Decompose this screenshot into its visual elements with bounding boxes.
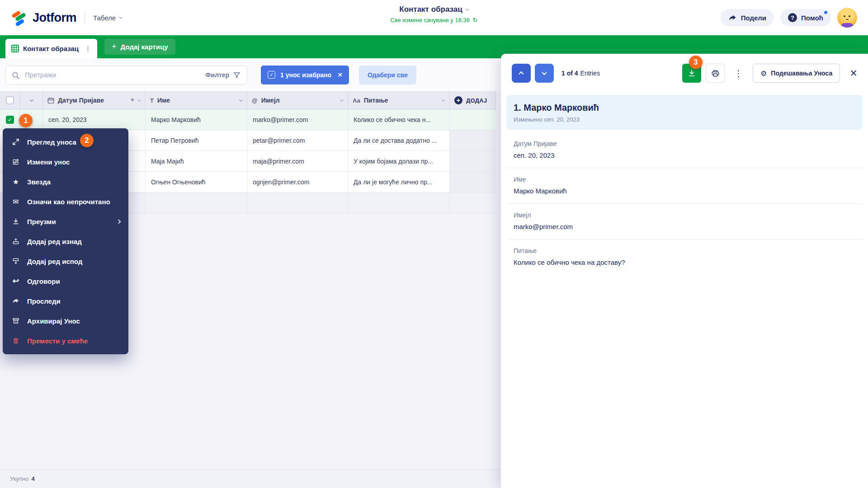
add-column-label: ДОДАЈ — [466, 97, 487, 104]
avatar-mouth — [846, 18, 849, 20]
trash-icon — [11, 337, 21, 344]
autosave-status: Све измене сачуване у 16:36 ↻ — [390, 16, 478, 23]
column-header-email[interactable]: @ Имејл — [247, 91, 348, 109]
cell-question[interactable]: У којим бојама долази пр... — [348, 151, 450, 172]
cell-email[interactable]: maja@primer.com — [247, 151, 348, 172]
help-button[interactable]: ? Помоћ — [780, 9, 831, 26]
pagination-count: 1 of 4 — [561, 70, 578, 77]
cell-name[interactable]: Петар Петровић — [146, 130, 247, 151]
row-checkbox[interactable]: ✓ — [6, 116, 14, 124]
column-header-question[interactable]: Aa Питање — [348, 91, 450, 109]
column-label: Имејл — [261, 97, 280, 104]
chevron-down-icon — [542, 70, 547, 75]
add-column-header[interactable]: + ДОДАЈ — [450, 91, 496, 109]
cell-question[interactable]: Да ли је могуће лично пр... — [348, 172, 450, 192]
menu-item-label: Означи као непрочитано — [27, 198, 110, 206]
user-avatar[interactable] — [837, 8, 857, 28]
menu-item-edit-entry[interactable]: Измени унос — [3, 152, 128, 172]
cell-email[interactable]: petar@primer.com — [247, 130, 348, 151]
kebab-icon: ⋮ — [734, 68, 743, 79]
cell-email[interactable]: marko@primer.com — [247, 109, 348, 130]
share-button[interactable]: Подели — [721, 9, 774, 26]
close-panel-button[interactable]: × — [850, 67, 857, 80]
menu-item-reply[interactable]: ↩ Одговори — [3, 271, 128, 291]
filter-button[interactable]: Филтер — [199, 66, 247, 84]
search-input[interactable] — [6, 66, 199, 84]
menu-item-forward[interactable]: Проследи — [3, 291, 128, 311]
chevron-down-icon[interactable] — [239, 98, 243, 101]
tables-dropdown[interactable]: Табеле — [93, 14, 122, 22]
column-header-name[interactable]: T Име — [146, 91, 247, 109]
add-tab-button[interactable]: + Додај картицу — [104, 39, 175, 55]
select-all-button[interactable]: Одабери све — [359, 66, 416, 84]
menu-item-download[interactable]: Преузми — [3, 211, 128, 231]
entry-settings-button[interactable]: ⚙ Подешавања Уноса — [753, 64, 840, 83]
cell-name[interactable]: Марко Марковић — [146, 109, 247, 130]
reply-icon: ↩ — [11, 276, 21, 286]
form-title-block: Контакт образац Све измене сачуване у 16… — [390, 5, 478, 23]
menu-item-move-to-trash[interactable]: Премести у смеће — [3, 331, 128, 351]
menu-item-label: Одговори — [27, 277, 60, 285]
chevron-down-icon — [29, 98, 33, 101]
forward-icon — [11, 297, 21, 305]
menu-item-mark-unread[interactable]: ✉ Означи као непрочитано — [3, 192, 128, 211]
brand[interactable]: Jotform — [11, 9, 76, 26]
cell-email[interactable]: ognjen@primer.com — [247, 172, 348, 192]
chevron-down-icon[interactable] — [442, 98, 445, 101]
cell-name[interactable]: Огњен Огњеновић — [146, 172, 247, 192]
header-actions: Подели ? Помоћ — [721, 8, 857, 28]
tables-dropdown-label: Табеле — [93, 14, 116, 22]
menu-item-label: Проследи — [27, 297, 61, 305]
select-all-checkbox[interactable] — [6, 96, 14, 104]
cell-add — [450, 151, 496, 172]
cell-question[interactable]: Да ли се достава додатно ... — [348, 130, 450, 151]
field-label: Датум Пријаве — [514, 140, 855, 147]
menu-item-archive[interactable]: Архивирај Унос — [3, 311, 128, 331]
cell-name[interactable]: Маја Мајић — [146, 151, 247, 172]
menu-item-label: Преглед уноса — [27, 138, 76, 146]
pin-icon[interactable] — [129, 98, 135, 103]
bulk-menu-header[interactable] — [20, 91, 43, 109]
expand-preview-icon — [11, 138, 21, 145]
menu-item-label: Архивирај Унос — [27, 317, 80, 325]
chevron-down-icon[interactable] — [340, 98, 344, 101]
clear-selection-icon[interactable]: × — [338, 70, 342, 80]
selection-pill[interactable]: ✓ 1 унос изабрано × — [261, 66, 349, 84]
menu-item-add-row-above[interactable]: Додај ред изнад — [3, 231, 128, 251]
column-header-date[interactable]: Датум Пријаве — [43, 91, 146, 109]
print-entry-button[interactable] — [706, 64, 725, 83]
menu-item-label: Додај ред испод — [27, 258, 82, 265]
menu-item-star[interactable]: ★ Звезда — [3, 172, 128, 192]
cell-add — [450, 130, 496, 151]
download-icon — [11, 218, 21, 225]
edit-icon — [11, 158, 21, 165]
chevron-down-icon — [465, 7, 469, 10]
cell-add — [450, 172, 496, 192]
field-value: сеп. 20, 2023 — [514, 151, 855, 159]
total-label: Укупно — [10, 475, 28, 482]
tab-menu-icon[interactable]: ⋮ — [85, 45, 91, 53]
menu-item-add-row-below[interactable]: Додај ред испод — [3, 251, 128, 271]
cell-add — [450, 109, 496, 130]
page-title: Контакт образац — [399, 5, 462, 14]
entry-more-menu-button[interactable]: ⋮ — [729, 64, 748, 83]
menu-item-label: Додај ред изнад — [27, 238, 82, 245]
filter-label: Филтер — [205, 71, 229, 79]
help-label: Помоћ — [801, 14, 823, 22]
tab-kontakt-obrazac[interactable]: Контакт образац ⋮ — [5, 39, 97, 58]
header-divider — [85, 11, 85, 24]
text-column-icon: T — [150, 97, 154, 104]
pagination-entries-label: Entries — [580, 70, 600, 77]
cell-question[interactable]: Колико се обично чека н... — [348, 109, 450, 130]
entry-title: 1. Марко Марковић — [514, 103, 855, 113]
cell-date[interactable]: сеп. 20, 2023 — [43, 109, 146, 130]
chevron-down-icon[interactable] — [137, 98, 141, 101]
entry-fields: Датум Пријаве сеп. 20, 2023 Име Марко Ма… — [506, 132, 863, 275]
form-title-dropdown[interactable]: Контакт образац — [390, 5, 478, 14]
star-icon: ★ — [11, 178, 21, 186]
total-count: 4 — [31, 475, 34, 482]
previous-entry-button[interactable] — [512, 64, 531, 83]
menu-item-label: Преузми — [27, 218, 56, 225]
menu-item-preview-entry[interactable]: Преглед уноса — [3, 132, 128, 152]
next-entry-button[interactable] — [535, 64, 554, 83]
